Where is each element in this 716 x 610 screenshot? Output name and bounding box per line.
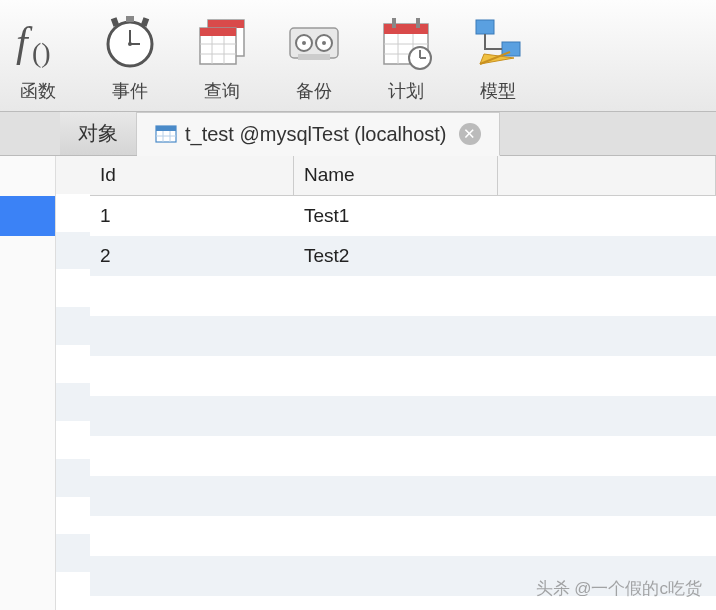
function-icon: f () <box>7 11 69 73</box>
tables-icon <box>191 11 253 73</box>
table-row[interactable] <box>90 356 716 396</box>
table-row[interactable] <box>90 596 716 610</box>
tab-bar: 对象 t_test @mysqlTest (localhost) ✕ <box>0 112 716 156</box>
toolbar-model[interactable]: 模型 <box>460 4 536 103</box>
cell-id[interactable]: 2 <box>90 245 294 267</box>
svg-text:(): () <box>32 37 51 68</box>
table-row[interactable] <box>90 436 716 476</box>
calendar-icon <box>375 11 437 73</box>
table-row[interactable] <box>90 276 716 316</box>
toolbar-label: 模型 <box>480 79 516 103</box>
toolbar-schedule[interactable]: 计划 <box>368 4 444 103</box>
toolbar-label: 查询 <box>204 79 240 103</box>
row-gutter <box>56 156 90 610</box>
left-sidebar <box>0 156 56 610</box>
table-row[interactable] <box>90 396 716 436</box>
table-row[interactable] <box>90 556 716 596</box>
table-row[interactable] <box>90 476 716 516</box>
toolbar-label: 备份 <box>296 79 332 103</box>
svg-rect-22 <box>298 54 330 60</box>
sidebar-selection[interactable] <box>0 196 55 236</box>
column-header-id[interactable]: Id <box>90 156 294 195</box>
data-grid: Id Name 1 Test1 2 Test2 <box>90 156 716 610</box>
svg-rect-30 <box>416 18 420 28</box>
table-row[interactable] <box>90 516 716 556</box>
toolbar-function[interactable]: f () 函数 <box>0 4 76 103</box>
svg-rect-29 <box>392 18 396 28</box>
cell-name[interactable]: Test2 <box>294 245 498 267</box>
svg-point-20 <box>302 41 306 45</box>
clock-icon <box>99 11 161 73</box>
grid-body: 1 Test1 2 Test2 <box>90 196 716 610</box>
tape-icon <box>283 11 345 73</box>
table-icon <box>155 123 177 145</box>
svg-rect-10 <box>208 20 244 28</box>
column-header-empty <box>498 156 716 195</box>
toolbar-events[interactable]: 事件 <box>92 4 168 103</box>
diagram-icon <box>467 11 529 73</box>
main-toolbar: f () 函数 事件 <box>0 0 716 112</box>
table-row[interactable]: 1 Test1 <box>90 196 716 236</box>
tab-label: 对象 <box>78 120 118 147</box>
svg-rect-8 <box>126 16 134 22</box>
toolbar-query[interactable]: 查询 <box>184 4 260 103</box>
tab-label: t_test @mysqlTest (localhost) <box>185 123 447 146</box>
cell-id[interactable]: 1 <box>90 205 294 227</box>
svg-rect-39 <box>156 126 176 131</box>
toolbar-label: 事件 <box>112 79 148 103</box>
cell-name[interactable]: Test1 <box>294 205 498 227</box>
table-row[interactable] <box>90 316 716 356</box>
grid-header: Id Name <box>90 156 716 196</box>
svg-text:f: f <box>16 19 33 65</box>
column-header-name[interactable]: Name <box>294 156 498 195</box>
tab-objects[interactable]: 对象 <box>60 112 137 155</box>
toolbar-backup[interactable]: 备份 <box>276 4 352 103</box>
toolbar-label: 函数 <box>20 79 56 103</box>
table-row[interactable]: 2 Test2 <box>90 236 716 276</box>
close-icon[interactable]: ✕ <box>459 123 481 145</box>
tab-table-ttest[interactable]: t_test @mysqlTest (localhost) ✕ <box>137 112 500 156</box>
svg-rect-12 <box>200 28 236 36</box>
svg-rect-34 <box>476 20 494 34</box>
svg-rect-24 <box>384 24 428 34</box>
svg-point-21 <box>322 41 326 45</box>
toolbar-label: 计划 <box>388 79 424 103</box>
